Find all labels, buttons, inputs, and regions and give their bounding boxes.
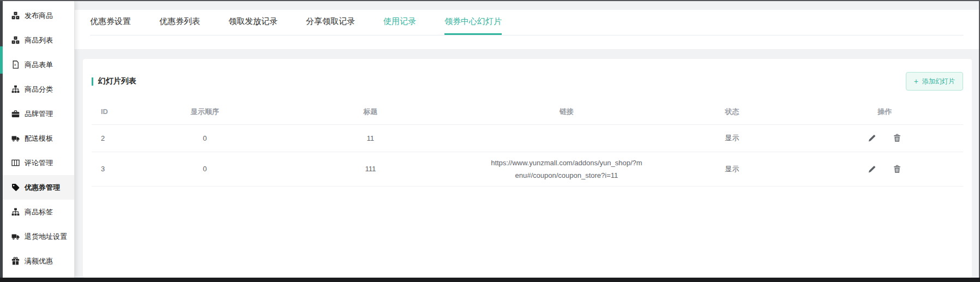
pencil-icon (868, 165, 876, 173)
sidebar-item-goods-tags[interactable]: 商品标签 (3, 200, 74, 224)
sidebar-item-comment-management[interactable]: 评论管理 (3, 151, 74, 175)
sidebar-item-label: 退货地址设置 (25, 232, 67, 242)
delete-button[interactable] (893, 165, 901, 173)
title-accent-bar (92, 77, 93, 86)
sidebar-item-coupon-management[interactable]: 优惠券管理 (3, 175, 74, 200)
add-slideshow-button[interactable]: + 添加幻灯片 (906, 72, 963, 91)
tag-icon (11, 183, 20, 191)
briefcase-icon (11, 110, 20, 118)
cell-status: 显示 (658, 124, 807, 152)
sidebar-item-label: 商品表单 (25, 60, 53, 70)
cell-id: 2 (92, 124, 144, 152)
svg-text:x: x (14, 63, 16, 67)
sidebar-item-return-address-settings[interactable]: 退货地址设置 (3, 224, 74, 249)
sidebar-item-goods-category[interactable]: 商品分类 (3, 77, 74, 101)
truck-icon (11, 134, 20, 142)
sidebar-item-goods-list[interactable]: 商品列表 (3, 28, 74, 52)
sidebar-item-label: 商品列表 (25, 35, 53, 45)
panel-title: 幻灯片列表 (92, 76, 136, 86)
sitemap-icon (11, 208, 20, 216)
tab-bar: 优惠券设置 优惠券列表 领取发放记录 分享领取记录 使用记录 领券中心幻灯片 (90, 10, 964, 35)
tabs-card: 优惠券设置 优惠券列表 领取发放记录 分享领取记录 使用记录 领券中心幻灯片 (75, 10, 979, 49)
sidebar-item-delivery-template[interactable]: 配送模板 (3, 126, 74, 151)
collapsed-menu-active-indicator (0, 46, 3, 74)
sidebar-item-label: 配送模板 (25, 134, 53, 143)
sidebar-item-label: 商品标签 (25, 207, 53, 217)
truck-icon (11, 232, 20, 241)
tab-share-claim-records[interactable]: 分享领取记录 (306, 10, 355, 35)
cell-display-order: 0 (144, 152, 266, 187)
edit-button[interactable] (868, 165, 876, 173)
cell-id: 3 (92, 152, 144, 187)
table-row: 3 0 111 https://www.yunzmall.com/addons/… (92, 152, 963, 187)
cell-status: 显示 (658, 152, 807, 187)
cell-link: https://www.yunzmall.com/addons/yun_shop… (475, 152, 658, 187)
sidebar-item-label: 商品分类 (25, 85, 53, 94)
sidebar-item-brand-management[interactable]: 品牌管理 (3, 101, 74, 126)
spacer (75, 49, 979, 59)
add-slideshow-button-label: 添加幻灯片 (922, 78, 955, 85)
header-actions: 操作 (806, 99, 963, 124)
trash-icon (893, 134, 901, 142)
sidebar-item-full-discount[interactable]: 满额优惠 (3, 249, 74, 273)
gift-icon (11, 257, 20, 265)
cell-display-order: 0 (144, 124, 266, 152)
cell-actions (806, 124, 963, 152)
slideshow-panel: 幻灯片列表 + 添加幻灯片 ID 显示顺序 标题 链接 (83, 59, 972, 278)
columns-icon (11, 159, 20, 167)
sidebar-item-goods-form[interactable]: x 商品表单 (3, 52, 74, 77)
slideshow-table: ID 显示顺序 标题 链接 状态 操作 2 0 11 显示 (92, 99, 963, 187)
delete-button[interactable] (893, 134, 901, 142)
sitemap-icon (11, 85, 20, 93)
sidebar-item-label: 满额优惠 (25, 256, 53, 266)
sidebar-item-publish-goods[interactable]: 发布商品 (3, 3, 74, 28)
pencil-icon (868, 134, 876, 142)
cubes-icon (11, 36, 20, 44)
table-row: 2 0 11 显示 (92, 124, 963, 152)
tab-coupon-settings[interactable]: 优惠券设置 (90, 10, 131, 35)
plus-icon: + (914, 77, 918, 85)
edit-button[interactable] (868, 134, 876, 142)
table-header-row: ID 显示顺序 标题 链接 状态 操作 (92, 99, 963, 124)
cubes-icon (11, 11, 20, 20)
sidebar-item-label: 发布商品 (25, 11, 53, 21)
header-id: ID (92, 99, 144, 124)
collapsed-menu-strip (0, 0, 3, 282)
tab-coupon-center-slideshow[interactable]: 领券中心幻灯片 (444, 10, 502, 35)
cell-title: 11 (266, 124, 476, 152)
panel-header: 幻灯片列表 + 添加幻灯片 (92, 72, 963, 91)
sidebar-item-label: 评论管理 (25, 158, 53, 168)
tab-coupon-list[interactable]: 优惠券列表 (159, 10, 200, 35)
sidebar-item-label: 品牌管理 (25, 109, 53, 119)
cell-actions (806, 152, 963, 187)
app-window: 发布商品 商品列表 x 商品表单 商品分类 品牌管理 配送模板 评论管理 优惠券 (0, 0, 980, 282)
sidebar-item-label: 优惠券管理 (25, 183, 60, 193)
sidebar: 发布商品 商品列表 x 商品表单 商品分类 品牌管理 配送模板 评论管理 优惠券 (3, 1, 75, 278)
window-bottom-edge (0, 278, 980, 282)
trash-icon (893, 165, 901, 173)
cell-title: 111 (266, 152, 476, 187)
panel-title-text: 幻灯片列表 (98, 76, 136, 86)
header-title: 标题 (266, 99, 476, 124)
window-top-edge (0, 0, 980, 1)
header-link: 链接 (475, 99, 658, 124)
cell-link (475, 124, 658, 152)
header-status: 状态 (658, 99, 807, 124)
tab-usage-records[interactable]: 使用记录 (383, 10, 416, 35)
file-x-icon: x (11, 61, 20, 69)
tab-claim-issue-records[interactable]: 领取发放记录 (229, 10, 278, 35)
header-display-order: 显示顺序 (144, 99, 266, 124)
main-area: 优惠券设置 优惠券列表 领取发放记录 分享领取记录 使用记录 领券中心幻灯片 幻… (75, 1, 979, 278)
